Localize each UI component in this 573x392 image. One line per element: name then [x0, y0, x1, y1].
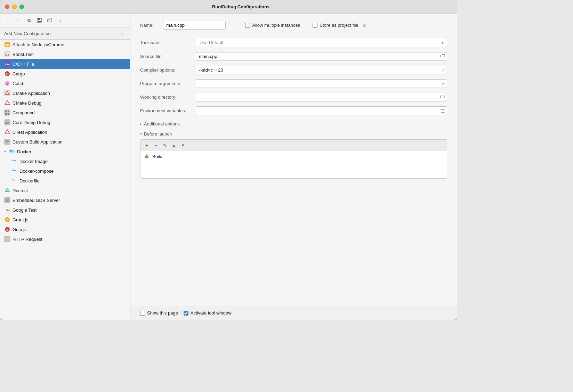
open-folder-button[interactable] — [45, 16, 54, 25]
name-label: Name: — [140, 23, 153, 28]
docker-collapse-arrow: ▾ — [4, 150, 6, 154]
source-file-browse-button[interactable] — [440, 54, 445, 59]
working-dir-browse-button[interactable] — [440, 94, 445, 100]
before-launch-section: + − ✎ ▲ ▼ — [140, 139, 447, 179]
svg-rect-33 — [13, 151, 14, 152]
list-item-docker[interactable]: ▾ Docker — [0, 147, 130, 156]
docker-compose-label: Docker-compose — [19, 169, 54, 174]
close-button[interactable] — [5, 5, 9, 9]
allow-multiple-checkbox[interactable] — [245, 23, 250, 28]
docker-label: Docker — [17, 149, 31, 154]
toolchain-label: Toolchain: — [140, 40, 196, 45]
compiler-options-row: Compiler options: ⤢ — [140, 66, 447, 74]
list-item-doctest[interactable]: Doctest — [0, 186, 130, 195]
bl-add-button[interactable]: + — [143, 141, 151, 149]
toolchain-select-wrapper: Use Default ▾ — [196, 38, 447, 47]
toolchain-select[interactable]: Use Default — [196, 38, 447, 47]
list-item-cmake-debug[interactable]: CMake Debug — [0, 98, 130, 108]
list-item-attach-node[interactable]: JS Attach to Node.js/Chrome — [0, 40, 130, 49]
list-item-http-request[interactable]: HTTP Request — [0, 234, 130, 244]
show-page-checkbox[interactable] — [140, 311, 145, 316]
svg-rect-60 — [5, 236, 10, 242]
list-item-custom-build[interactable]: Custom Build Application — [0, 137, 130, 147]
gulp-label: Gulp.js — [13, 227, 26, 232]
list-item-ctest[interactable]: CTest Application — [0, 127, 130, 137]
main-window: Run/Debug Configurations + − ⧉ — [0, 0, 457, 320]
compiler-options-expand-button[interactable]: ⤢ — [442, 68, 445, 73]
store-project-gear-icon[interactable]: ⚙ — [362, 23, 366, 28]
compiler-options-label: Compiler options: — [140, 67, 196, 73]
env-vars-row: Environment variables: ☰ — [140, 106, 447, 115]
svg-text:C: C — [6, 83, 8, 85]
gulp-icon: G — [4, 226, 10, 232]
ctest-label: CTest Application — [13, 130, 47, 135]
sort-button[interactable]: ↕ — [56, 16, 65, 25]
store-project-group: Store as project file ⚙ — [313, 23, 366, 28]
svg-rect-47 — [13, 179, 14, 180]
svg-text:BT: BT — [6, 53, 9, 56]
list-item-dockerfile[interactable]: Dockerfile — [0, 176, 130, 186]
env-vars-edit-button[interactable]: ☰ — [441, 108, 445, 113]
svg-text:G: G — [6, 228, 8, 231]
svg-rect-43 — [13, 170, 14, 170]
bl-up-button[interactable]: ▲ — [170, 141, 178, 149]
panel-sort-button[interactable]: ↕ — [118, 30, 126, 37]
env-vars-input[interactable] — [196, 106, 447, 115]
google-test-icon: G o o — [4, 207, 10, 213]
program-args-expand-button[interactable]: ⤢ — [442, 81, 445, 86]
list-item-catch[interactable]: C Catch — [0, 79, 130, 88]
maximize-button[interactable] — [19, 5, 24, 9]
bl-item-build[interactable]: Build — [140, 151, 447, 162]
bl-edit-button[interactable]: ✎ — [161, 141, 169, 149]
store-project-checkbox[interactable] — [313, 23, 317, 28]
show-page-item: Show this page — [140, 310, 178, 316]
boost-test-label: Boost.Test — [13, 52, 34, 57]
svg-rect-1 — [38, 18, 40, 20]
name-input[interactable] — [163, 21, 226, 30]
compiler-options-input[interactable] — [196, 66, 447, 74]
add-config-button[interactable]: + — [3, 16, 13, 25]
before-launch-label: Before launch — [144, 131, 172, 137]
svg-rect-37 — [14, 160, 15, 161]
grunt-icon: G — [4, 217, 10, 223]
list-item-grunt[interactable]: G Grunt.js — [0, 215, 130, 224]
list-item-cmake-app[interactable]: CMake Application — [0, 88, 130, 98]
remove-config-button[interactable]: − — [14, 16, 23, 25]
working-dir-input[interactable] — [196, 93, 447, 101]
list-item-compound[interactable]: Compound — [0, 108, 130, 117]
bl-build-label: Build — [152, 154, 162, 159]
copy-config-button[interactable]: ⧉ — [24, 16, 33, 25]
list-item-gulp[interactable]: G Gulp.js — [0, 224, 130, 234]
svg-rect-34 — [10, 150, 11, 151]
bl-down-button[interactable]: ▼ — [179, 141, 187, 149]
cpp-file-icon: C++ — [4, 61, 10, 67]
dockerfile-label: Dockerfile — [19, 178, 40, 183]
svg-text:JS: JS — [5, 43, 9, 47]
right-area: Name: Allow multiple instances Store as … — [130, 14, 457, 320]
left-panel: + − ⧉ — [0, 14, 130, 320]
svg-marker-48 — [5, 188, 9, 191]
working-dir-wrap — [196, 93, 447, 101]
save-config-button[interactable] — [35, 16, 44, 25]
main-content: + − ⧉ — [0, 14, 457, 320]
core-dump-label: Core Dump Debug — [13, 120, 50, 125]
svg-rect-35 — [11, 150, 12, 151]
list-item-google-test[interactable]: G o o Google Test — [0, 205, 130, 215]
list-item-embedded-gdb[interactable]: Embedded GDB Server — [0, 195, 130, 205]
list-item-cpp-file[interactable]: C++ C/C++ File — [0, 59, 130, 69]
before-launch-toggle[interactable]: ▾ Before launch — [140, 131, 172, 137]
program-args-input[interactable] — [196, 79, 447, 88]
embedded-gdb-icon — [4, 197, 10, 203]
minimize-button[interactable] — [12, 5, 17, 9]
list-item-core-dump[interactable]: Core Dump Debug — [0, 117, 130, 127]
before-launch-header: ▾ Before launch — [140, 131, 447, 137]
list-item-boost-test[interactable]: BT Boost.Test — [0, 49, 130, 59]
list-item-docker-compose[interactable]: Docker-compose — [0, 166, 130, 176]
cargo-label: Cargo — [13, 71, 25, 76]
list-item-docker-image[interactable]: Docker Image — [0, 156, 130, 166]
source-file-input[interactable] — [196, 52, 447, 61]
list-item-cargo[interactable]: R Cargo — [0, 69, 130, 79]
activate-tool-checkbox[interactable] — [184, 311, 188, 316]
bl-remove-button[interactable]: − — [152, 141, 160, 149]
additional-options-toggle[interactable]: ▸ Additional options — [140, 121, 180, 126]
